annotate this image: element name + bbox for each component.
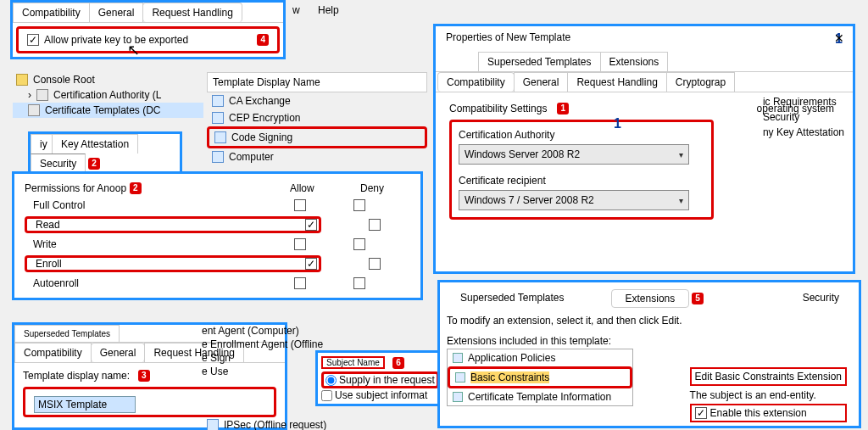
tab-superseded-mini[interactable]: Superseded Templates xyxy=(14,325,120,342)
tab-general-2[interactable]: General xyxy=(91,343,146,362)
tab-extensions[interactable]: Extensions xyxy=(600,52,669,71)
list-item: Computer xyxy=(207,148,427,165)
input-template-name[interactable] xyxy=(34,396,136,413)
chevron-down-icon xyxy=(679,148,683,160)
properties-dialog: Properties of New Template 1 ✕ Supersede… xyxy=(433,24,855,274)
checkbox-read-allow[interactable] xyxy=(305,219,317,231)
annotation-badge-6: 6 xyxy=(392,357,404,369)
permissions-panel: Permissions for Anoop 2 Allow Deny Full … xyxy=(12,171,423,300)
checkbox-write-allow[interactable] xyxy=(294,238,306,250)
annotation-badge-5: 5 xyxy=(692,293,704,304)
tab-iy[interactable]: iy xyxy=(31,134,53,154)
extensions-help-text: To modify an extension, select it, and t… xyxy=(447,315,852,327)
col-allow: Allow xyxy=(290,182,314,194)
label-cert-authority: Certification Authority xyxy=(459,129,704,141)
template-icon xyxy=(214,131,226,143)
template-icon xyxy=(212,112,224,124)
tab-request-handling-3[interactable]: Request Handling xyxy=(567,72,666,92)
list-item-ipsec[interactable]: IPSec (Offline request) xyxy=(207,419,326,430)
side-tab-labels: ic Requirements Security ny Key Attestat… xyxy=(760,94,848,140)
tab-compatibility-active[interactable]: Compatibility xyxy=(437,72,515,92)
tab-security-2[interactable]: Security xyxy=(789,289,853,308)
checkbox-fc-allow[interactable] xyxy=(294,199,306,211)
dropdown-cert-authority[interactable]: Windows Server 2008 R2 xyxy=(459,144,689,165)
menu-item-help[interactable]: Help xyxy=(318,4,339,16)
side-security[interactable]: Security xyxy=(760,109,848,125)
ext-item: Application Policies xyxy=(448,349,632,366)
label-enable-extension: Enable this extension xyxy=(710,407,807,419)
cert-authority-icon xyxy=(36,89,48,101)
tab-general[interactable]: General xyxy=(89,3,144,22)
template-icon xyxy=(212,95,224,107)
menu-item-w[interactable]: w xyxy=(292,4,300,16)
checkbox-write-deny[interactable] xyxy=(353,238,365,250)
perm-read: Read xyxy=(36,219,305,231)
chevron-down-icon xyxy=(679,194,683,206)
ext-icon xyxy=(453,353,463,363)
side-req[interactable]: ic Requirements xyxy=(760,94,848,109)
side-key-attestation[interactable]: ny Key Attestation xyxy=(760,125,848,140)
list-item: CA Exchange xyxy=(207,92,427,109)
dialog-tabrow-2: Compatibility General Request Handling C… xyxy=(436,72,853,92)
ext-item: Certificate Template Information xyxy=(448,388,632,405)
tab-cryptography[interactable]: Cryptograp xyxy=(666,72,735,92)
checkbox-fc-deny[interactable] xyxy=(353,199,365,211)
list-item: Code Signing xyxy=(207,126,427,148)
tree-ct[interactable]: Certificate Templates (DC xyxy=(45,104,161,116)
tab-subject-name[interactable]: Subject Name xyxy=(321,356,385,369)
checkbox-read-deny[interactable] xyxy=(369,219,381,231)
column-header-name[interactable]: Template Display Name xyxy=(207,72,427,92)
checkbox-enable-extension[interactable] xyxy=(695,407,707,419)
checkbox-auto-deny[interactable] xyxy=(353,277,365,289)
perm-write: Write xyxy=(25,238,270,250)
dialog-title: Properties of New Template xyxy=(446,31,570,47)
edit-basic-constraints: Edit Basic Constraints Extension The sub… xyxy=(690,367,847,426)
cert-templates-icon xyxy=(28,104,40,116)
annotation-badge-1b: 1 xyxy=(557,103,569,114)
template-icon xyxy=(207,419,219,430)
ext-icon xyxy=(455,372,465,383)
tab-security[interactable]: Security xyxy=(31,154,86,173)
tab-superseded-2[interactable]: Superseded Templates xyxy=(447,289,578,308)
tab-row-top: Compatibility General Request Handling xyxy=(13,3,283,23)
checkbox-allow-export[interactable] xyxy=(27,34,39,46)
tab-compatibility[interactable]: Compatibility xyxy=(13,3,90,22)
tree-ca[interactable]: Certification Authority (L xyxy=(53,89,161,101)
checkbox-use-subject-info[interactable] xyxy=(321,390,332,401)
annotation-badge-1c: 1 xyxy=(614,116,621,131)
annotation-badge-2b: 2 xyxy=(130,182,142,194)
label-allow-export: Allow private key to be exported xyxy=(44,34,188,46)
extra-item[interactable]: ent Agent (Computer) xyxy=(202,324,323,338)
tab-request-handling[interactable]: Request Handling xyxy=(142,3,242,22)
checkbox-auto-allow[interactable] xyxy=(294,277,306,289)
security-tabs-mini: iy Key Attestation Security 2 xyxy=(28,131,182,176)
tab-compatibility-2[interactable]: Compatibility xyxy=(14,343,92,362)
tab-key-attestation[interactable]: Key Attestation xyxy=(52,134,138,154)
checkbox-enroll-deny[interactable] xyxy=(369,258,381,270)
extra-item[interactable]: e Enrollment Agent (Offline xyxy=(202,338,323,351)
tab-extensions-active[interactable]: Extensions xyxy=(611,289,690,308)
subject-name-panel: Subject Name 6 Supply in the request Use… xyxy=(315,350,445,406)
permissions-title: Permissions for Anoop xyxy=(25,182,126,194)
extra-item[interactable]: e Use xyxy=(202,365,323,378)
tab-superseded[interactable]: Superseded Templates xyxy=(478,52,601,71)
request-handling-panel: Compatibility General Request Handling A… xyxy=(10,0,286,59)
perm-enroll: Enroll xyxy=(36,258,305,270)
extra-list: ent Agent (Computer) e Enrollment Agent … xyxy=(202,324,323,378)
extra-item[interactable]: e Sign xyxy=(202,351,323,365)
template-icon xyxy=(212,151,224,163)
cursor-icon: ↖ xyxy=(127,41,140,59)
radio-supply-in-request[interactable] xyxy=(326,375,337,386)
annotation-badge-4: 4 xyxy=(257,34,269,46)
label-cert-recipient: Certificate recipient xyxy=(459,175,704,187)
close-icon[interactable]: ✕ xyxy=(834,31,844,45)
checkbox-enroll-allow[interactable] xyxy=(305,258,317,270)
extensions-panel: Superseded Templates Extensions 5 Securi… xyxy=(437,280,861,428)
folder-icon xyxy=(16,74,28,86)
dropdown-cert-recipient[interactable]: Windows 7 / Server 2008 R2 xyxy=(459,190,689,210)
tree-root[interactable]: Console Root xyxy=(33,74,95,86)
tab-general-3[interactable]: General xyxy=(514,72,569,92)
ext-icon xyxy=(453,392,463,402)
template-list: Template Display Name CA Exchange CEP En… xyxy=(207,72,427,165)
annotation-badge-2a: 2 xyxy=(88,158,100,170)
